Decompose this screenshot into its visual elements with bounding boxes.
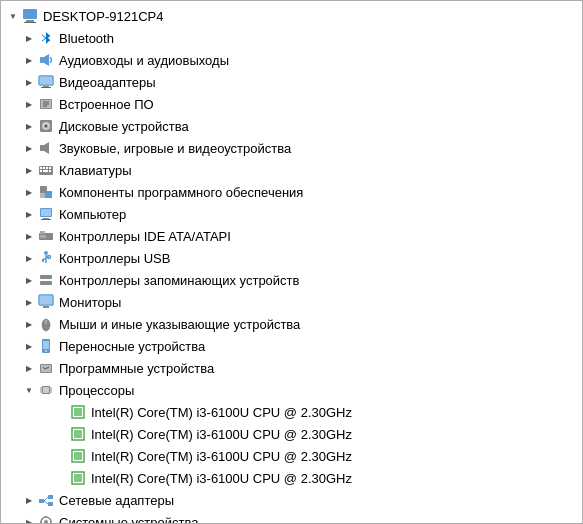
label-cpu2: Intel(R) Core(TM) i3-6100U CPU @ 2.30GHz	[91, 427, 352, 442]
tree-item-software[interactable]: Компоненты программного обеспечения	[1, 181, 582, 203]
svg-rect-80	[39, 499, 44, 503]
icon-cpu2	[69, 425, 87, 443]
svg-rect-25	[49, 167, 51, 169]
icon-softdev	[37, 359, 55, 377]
icon-bluetooth	[37, 29, 55, 47]
svg-rect-77	[74, 452, 82, 460]
svg-rect-2	[24, 22, 36, 23]
tree-item-disk[interactable]: Дисковые устройства	[1, 115, 582, 137]
label-ide: Контроллеры IDE ATA/ATAPI	[59, 229, 231, 244]
expander-usb[interactable]	[21, 250, 37, 266]
label-monitor: Мониторы	[59, 295, 121, 310]
svg-rect-24	[46, 167, 48, 169]
icon-network	[37, 491, 55, 509]
expander-bluetooth[interactable]	[21, 30, 37, 46]
tree-item-cpu[interactable]: Процессоры	[1, 379, 582, 401]
label-cpu: Процессоры	[59, 383, 134, 398]
expander-network[interactable]	[21, 492, 37, 508]
tree-item-cpu2[interactable]: Intel(R) Core(TM) i3-6100U CPU @ 2.30GHz	[1, 423, 582, 445]
tree-item-portable[interactable]: Переносные устройства	[1, 335, 582, 357]
svg-rect-8	[40, 77, 52, 84]
tree-item-keyboard[interactable]: Клавиатуры	[1, 159, 582, 181]
svg-rect-1	[26, 20, 34, 22]
label-firmware: Встроенное ПО	[59, 97, 154, 112]
tree-item-display[interactable]: Видеоадаптеры	[1, 71, 582, 93]
icon-disk	[37, 117, 55, 135]
icon-keyboard	[37, 161, 55, 179]
svg-rect-53	[43, 306, 49, 308]
svg-rect-5	[40, 57, 44, 63]
label-cpu4: Intel(R) Core(TM) i3-6100U CPU @ 2.30GHz	[91, 471, 352, 486]
icon-monitor	[37, 293, 55, 311]
tree-item-sound[interactable]: Звуковые, игровые и видеоустройства	[1, 137, 582, 159]
svg-rect-10	[41, 87, 51, 88]
icon-computer	[37, 205, 55, 223]
expander-monitor[interactable]	[21, 294, 37, 310]
expander-softdev[interactable]	[21, 360, 37, 376]
expander-keyboard[interactable]	[21, 162, 37, 178]
expander-system[interactable]	[21, 514, 37, 523]
svg-rect-81	[48, 495, 53, 499]
tree-item-firmware[interactable]: Встроенное ПО	[1, 93, 582, 115]
icon-portable	[37, 337, 55, 355]
expander-software[interactable]	[21, 184, 37, 200]
tree-item-system[interactable]: Системные устройства	[1, 511, 582, 523]
svg-rect-27	[43, 170, 48, 172]
tree-item-storage[interactable]: Контроллеры запоминающих устройств	[1, 269, 582, 291]
tree-item-root[interactable]: DESKTOP-9121CP4	[1, 5, 582, 27]
tree-item-softdev[interactable]: Программные устройства	[1, 357, 582, 379]
tree-item-bluetooth[interactable]: Bluetooth	[1, 27, 582, 49]
expander-mouse[interactable]	[21, 316, 37, 332]
svg-point-49	[49, 276, 51, 278]
tree-item-cpu3[interactable]: Intel(R) Core(TM) i3-6100U CPU @ 2.30GHz	[1, 445, 582, 467]
svg-point-41	[44, 251, 48, 255]
icon-cpu4	[69, 469, 87, 487]
svg-rect-73	[74, 408, 82, 416]
icon-cpu	[37, 381, 55, 399]
tree-item-usb[interactable]: Контроллеры USB	[1, 247, 582, 269]
tree-item-cpu1[interactable]: Intel(R) Core(TM) i3-6100U CPU @ 2.30GHz	[1, 401, 582, 423]
expander-cpu[interactable]	[21, 382, 37, 398]
svg-rect-52	[40, 296, 52, 304]
label-audio: Аудиовходы и аудиовыходы	[59, 53, 229, 68]
tree-container[interactable]: DESKTOP-9121CP4BluetoothАудиовходы и ауд…	[1, 1, 582, 523]
svg-point-18	[45, 125, 48, 128]
label-software: Компоненты программного обеспечения	[59, 185, 303, 200]
label-mouse: Мыши и иные указывающие устройства	[59, 317, 300, 332]
icon-mouse	[37, 315, 55, 333]
expander-ide[interactable]	[21, 228, 37, 244]
svg-marker-20	[44, 142, 49, 154]
tree-item-network[interactable]: Сетевые адаптеры	[1, 489, 582, 511]
tree-item-computer[interactable]: Компьютер	[1, 203, 582, 225]
expander-audio[interactable]	[21, 52, 37, 68]
label-bluetooth: Bluetooth	[59, 31, 114, 46]
icon-firmware	[37, 95, 55, 113]
svg-rect-0	[23, 9, 37, 19]
expander-sound[interactable]	[21, 140, 37, 156]
tree-item-cpu4[interactable]: Intel(R) Core(TM) i3-6100U CPU @ 2.30GHz	[1, 467, 582, 489]
expander-disk[interactable]	[21, 118, 37, 134]
tree-item-ide[interactable]: Контроллеры IDE ATA/ATAPI	[1, 225, 582, 247]
icon-sound	[37, 139, 55, 157]
expander-portable[interactable]	[21, 338, 37, 354]
icon-cpu3	[69, 447, 87, 465]
expander-computer[interactable]	[21, 206, 37, 222]
icon-system	[37, 513, 55, 523]
svg-rect-28	[49, 170, 51, 172]
expander-storage[interactable]	[21, 272, 37, 288]
label-disk: Дисковые устройства	[59, 119, 189, 134]
label-portable: Переносные устройства	[59, 339, 205, 354]
tree-item-mouse[interactable]: Мыши и иные указывающие устройства	[1, 313, 582, 335]
tree-item-monitor[interactable]: Мониторы	[1, 291, 582, 313]
device-manager: DESKTOP-9121CP4BluetoothАудиовходы и ауд…	[0, 0, 583, 524]
label-softdev: Программные устройства	[59, 361, 214, 376]
expander-display[interactable]	[21, 74, 37, 90]
label-root: DESKTOP-9121CP4	[43, 9, 163, 24]
tree-item-audio[interactable]: Аудиовходы и аудиовыходы	[1, 49, 582, 71]
label-computer: Компьютер	[59, 207, 126, 222]
expander-firmware[interactable]	[21, 96, 37, 112]
svg-marker-6	[44, 54, 49, 66]
svg-rect-33	[41, 209, 51, 216]
icon-storage	[37, 271, 55, 289]
expander-root[interactable]	[5, 8, 21, 24]
